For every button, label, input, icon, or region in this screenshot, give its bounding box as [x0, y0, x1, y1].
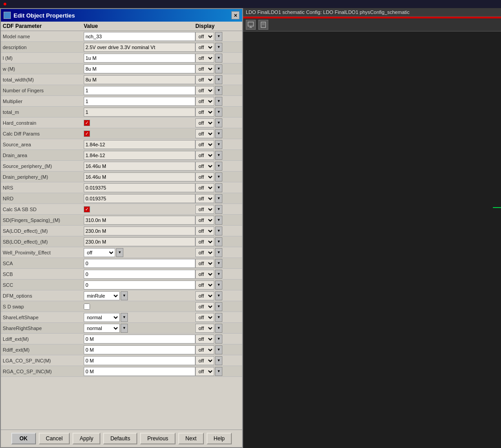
display-select[interactable]: off: [195, 281, 214, 290]
dropdown-arrow-icon[interactable]: ▼: [215, 226, 222, 235]
total-m-input[interactable]: [84, 108, 195, 117]
param-value[interactable]: [84, 108, 195, 117]
param-value[interactable]: [84, 303, 195, 310]
param-value[interactable]: [84, 172, 195, 181]
dropdown-arrow-icon[interactable]: ▼: [215, 270, 222, 279]
param-value[interactable]: [84, 281, 195, 290]
param-value[interactable]: [84, 183, 195, 192]
share-left-select[interactable]: normal: [84, 313, 120, 322]
param-value[interactable]: [84, 206, 195, 213]
display-select[interactable]: off: [195, 367, 214, 376]
display-cell[interactable]: off ▼: [195, 151, 231, 160]
param-value[interactable]: minRule ▼: [84, 291, 195, 300]
display-cell[interactable]: off ▼: [195, 237, 231, 246]
param-value[interactable]: [84, 75, 195, 84]
display-select[interactable]: off: [195, 335, 214, 344]
total-width-input[interactable]: [84, 75, 195, 84]
param-value[interactable]: [84, 54, 195, 63]
param-value[interactable]: normal ▼: [84, 324, 195, 333]
dropdown-arrow-icon[interactable]: ▼: [215, 237, 222, 246]
param-value[interactable]: [84, 162, 195, 171]
calc-sa-sb-sd-checkbox[interactable]: [84, 206, 90, 213]
display-cell[interactable]: off ▼: [195, 324, 231, 333]
param-value[interactable]: normal ▼: [84, 313, 195, 322]
sd-input[interactable]: [84, 216, 195, 225]
param-value[interactable]: [84, 131, 195, 137]
dropdown-arrow-icon[interactable]: ▼: [215, 259, 222, 268]
display-select[interactable]: off: [195, 43, 214, 52]
dropdown-arrow-icon[interactable]: ▼: [215, 140, 222, 149]
dropdown-arrow-icon[interactable]: ▼: [215, 313, 222, 322]
dropdown-arrow-icon[interactable]: ▼: [215, 86, 222, 95]
dropdown-arrow-icon[interactable]: ▼: [215, 356, 222, 365]
display-select[interactable]: off: [195, 183, 214, 192]
drain-periphery-input[interactable]: [84, 172, 195, 181]
display-cell[interactable]: off ▼: [195, 205, 231, 214]
fingers-input[interactable]: [84, 86, 195, 95]
dropdown-arrow-icon[interactable]: ▼: [215, 324, 222, 333]
display-select[interactable]: off: [195, 216, 214, 225]
param-value[interactable]: [84, 120, 195, 126]
ok-button[interactable]: OK: [11, 433, 36, 444]
next-button[interactable]: Next: [178, 433, 204, 444]
sb-input[interactable]: [84, 237, 195, 246]
model-name-input[interactable]: [84, 32, 195, 41]
display-cell[interactable]: off ▼: [195, 118, 231, 127]
display-select[interactable]: off: [195, 172, 214, 181]
dropdown-arrow-icon[interactable]: ▼: [121, 291, 128, 300]
dropdown-arrow-icon[interactable]: ▼: [215, 248, 222, 257]
close-button[interactable]: ✕: [231, 11, 239, 19]
dropdown-arrow-icon[interactable]: ▼: [215, 335, 222, 344]
dropdown-arrow-icon[interactable]: ▼: [215, 183, 222, 192]
display-cell[interactable]: off ▼: [195, 162, 231, 171]
source-area-input[interactable]: [84, 140, 195, 149]
calc-diff-checkbox[interactable]: [84, 131, 90, 137]
display-cell[interactable]: off ▼: [195, 281, 231, 290]
display-cell[interactable]: off ▼: [195, 75, 231, 84]
well-proximity-select[interactable]: off: [84, 248, 115, 257]
display-cell[interactable]: off ▼: [195, 32, 231, 41]
dropdown-arrow-icon[interactable]: ▼: [215, 32, 222, 41]
param-value[interactable]: [84, 43, 195, 52]
defaults-button[interactable]: Defaults: [103, 433, 137, 444]
dropdown-arrow-icon[interactable]: ▼: [215, 281, 222, 290]
param-value[interactable]: off ▼: [84, 248, 195, 257]
previous-button[interactable]: Previous: [140, 433, 176, 444]
param-value[interactable]: [84, 237, 195, 246]
display-select[interactable]: off: [195, 194, 214, 203]
display-select[interactable]: off: [195, 345, 214, 354]
param-value[interactable]: [84, 64, 195, 73]
dropdown-arrow-icon[interactable]: ▼: [215, 129, 222, 138]
dropdown-arrow-icon[interactable]: ▼: [116, 248, 123, 257]
display-cell[interactable]: off ▼: [195, 270, 231, 279]
dropdown-arrow-icon[interactable]: ▼: [215, 216, 222, 225]
display-select[interactable]: off: [195, 291, 214, 300]
dropdown-arrow-icon[interactable]: ▼: [215, 54, 222, 63]
display-select[interactable]: off: [195, 64, 214, 73]
display-select[interactable]: off: [195, 118, 214, 127]
display-cell[interactable]: off ▼: [195, 108, 231, 117]
display-cell[interactable]: off ▼: [195, 140, 231, 149]
display-select[interactable]: off: [195, 162, 214, 171]
display-cell[interactable]: off ▼: [195, 356, 231, 365]
param-value[interactable]: [84, 97, 195, 106]
param-value[interactable]: [84, 86, 195, 95]
dropdown-arrow-icon[interactable]: ▼: [215, 291, 222, 300]
display-cell[interactable]: off ▼: [195, 183, 231, 192]
param-value[interactable]: [84, 140, 195, 149]
param-value[interactable]: [84, 367, 195, 376]
display-cell[interactable]: off ▼: [195, 302, 231, 311]
display-cell[interactable]: off ▼: [195, 43, 231, 52]
display-cell[interactable]: off ▼: [195, 54, 231, 63]
display-cell[interactable]: off ▼: [195, 259, 231, 268]
display-select[interactable]: off: [195, 313, 214, 322]
display-select[interactable]: off: [195, 54, 214, 63]
nrs-input[interactable]: [84, 183, 195, 192]
source-periphery-input[interactable]: [84, 162, 195, 171]
param-value[interactable]: [84, 216, 195, 225]
page-icon[interactable]: [258, 20, 268, 30]
display-cell[interactable]: off ▼: [195, 86, 231, 95]
display-select[interactable]: off: [195, 108, 214, 117]
display-cell[interactable]: off ▼: [195, 313, 231, 322]
param-value[interactable]: [84, 259, 195, 268]
